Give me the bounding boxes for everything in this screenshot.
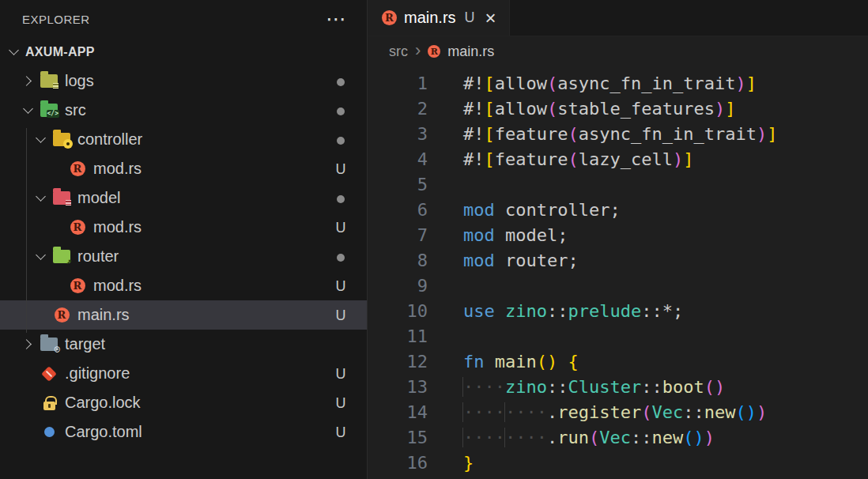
code-token: mod xyxy=(463,225,495,245)
rust-file-icon: R xyxy=(52,306,71,325)
breadcrumb-folder[interactable]: src xyxy=(389,43,408,60)
tree-item-label: logs xyxy=(65,72,94,90)
modified-dot-indicator xyxy=(337,254,345,262)
tree-item-target[interactable]: ◎target xyxy=(0,330,367,359)
code-line-text: mod controller; xyxy=(463,198,621,223)
git-status-badge xyxy=(332,130,349,149)
twistie-spacer xyxy=(21,424,36,440)
tree-item-cargo-toml[interactable]: Cargo.tomlU xyxy=(0,417,367,447)
git-icon xyxy=(40,364,58,383)
code-token: ···· xyxy=(462,402,505,422)
git-status-badge: U xyxy=(332,218,349,236)
code-token: ) xyxy=(757,402,767,422)
line-number: 8 xyxy=(368,248,428,273)
code-line[interactable]: 1#![allow(async_fn_in_trait)] xyxy=(368,71,868,96)
code-line[interactable]: 6mod controller; xyxy=(368,198,868,223)
code-area[interactable]: 1#![allow(async_fn_in_trait)]2#![allow(s… xyxy=(368,66,868,476)
tab-title: main.rs xyxy=(404,9,456,27)
code-token: ::*; xyxy=(641,301,683,321)
git-status-badge: U xyxy=(332,277,349,295)
breadcrumb: src › R main.rs xyxy=(368,36,868,66)
code-token: allow xyxy=(495,99,547,119)
twistie-spacer xyxy=(49,220,65,236)
code-line[interactable]: 8mod router; xyxy=(368,248,868,273)
git-status-badge: U xyxy=(332,394,349,412)
tree-item-logs[interactable]: logs xyxy=(0,66,367,96)
tree-item-model[interactable]: model xyxy=(0,183,367,213)
code-token: . xyxy=(547,402,557,422)
tree-item-controller[interactable]: controller xyxy=(0,125,367,154)
code-line[interactable]: 2#![allow(stable_features)] xyxy=(368,96,868,122)
line-number: 2 xyxy=(368,96,428,122)
modified-dot-indicator xyxy=(337,107,345,115)
twistie-spacer xyxy=(21,395,36,411)
tree-item-mod-rs[interactable]: Rmod.rsU xyxy=(0,271,367,300)
code-line[interactable]: 3#![feature(async_fn_in_trait)] xyxy=(368,122,868,147)
code-token: register xyxy=(557,402,641,422)
code-line[interactable]: 12fn main() { xyxy=(368,349,868,375)
code-line[interactable]: 9 xyxy=(368,273,868,299)
code-token: ···· xyxy=(462,428,505,447)
code-line[interactable]: 11 xyxy=(368,324,868,349)
twistie-spacer xyxy=(49,161,65,177)
code-token: prelude xyxy=(568,301,641,321)
code-token: Vec xyxy=(599,428,631,447)
code-line[interactable]: 5 xyxy=(368,172,868,198)
tab-main-rs[interactable]: R main.rs U × xyxy=(368,0,510,36)
code-line[interactable]: 4#![feature(lazy_cell)] xyxy=(368,147,868,172)
code-token: :: xyxy=(631,428,652,447)
code-line[interactable]: 10use zino::prelude::*; xyxy=(368,299,868,324)
code-token: #! xyxy=(463,99,485,119)
tree-item--gitignore[interactable]: .gitignoreU xyxy=(0,359,367,388)
tree-item-main-rs[interactable]: Rmain.rsU xyxy=(0,300,367,330)
code-token: stable_features xyxy=(557,99,715,119)
code-token: ) xyxy=(715,377,725,397)
tree-item-label: mod.rs xyxy=(93,218,142,236)
code-token: lazy_cell xyxy=(579,149,673,169)
rust-file-icon: R xyxy=(55,307,70,322)
chevron-down-icon xyxy=(6,44,22,60)
close-icon[interactable]: × xyxy=(485,9,496,28)
folder-src-icon: </> xyxy=(40,104,58,117)
line-number: 13 xyxy=(368,375,428,400)
tree-item-mod-rs[interactable]: Rmod.rsU xyxy=(0,154,367,183)
tree-item-label: model xyxy=(77,189,120,207)
code-token: { xyxy=(568,352,578,372)
rust-file-icon: R xyxy=(68,218,87,237)
code-token: ( xyxy=(547,74,557,93)
code-token: ] xyxy=(683,149,693,169)
code-token: main xyxy=(495,352,537,372)
code-line[interactable]: 14········.register(Vec::new()) xyxy=(368,400,868,425)
code-line-text: mod model; xyxy=(463,223,568,248)
code-line[interactable]: 15········.run(Vec::new()) xyxy=(368,425,868,451)
tree-item-mod-rs[interactable]: Rmod.rsU xyxy=(0,213,367,242)
tree-item-src[interactable]: </>src xyxy=(0,96,367,125)
code-line[interactable]: 13····zino::Cluster::boot() xyxy=(368,375,868,400)
line-number: 4 xyxy=(368,147,428,172)
tree-item-cargo-lock[interactable]: Cargo.lockU xyxy=(0,388,367,417)
untracked-indicator: U xyxy=(336,307,346,323)
workspace-root-folder[interactable]: AXUM-APP xyxy=(0,38,367,66)
code-token: ) xyxy=(704,428,715,447)
code-token: Cluster xyxy=(568,377,641,397)
vscode-window: EXPLORER ⋯ AXUM-APP logs</>srccontroller… xyxy=(0,0,868,479)
more-actions-icon[interactable]: ⋯ xyxy=(326,15,348,23)
breadcrumb-file[interactable]: main.rs xyxy=(447,43,494,60)
folder-src-icon: </> xyxy=(40,101,58,120)
code-token: :: xyxy=(547,301,568,321)
code-token: #! xyxy=(463,149,485,169)
code-token: [ xyxy=(485,74,495,93)
code-token: allow xyxy=(495,74,547,93)
tree-item-router[interactable]: ↗router xyxy=(0,242,367,271)
code-line-text: } xyxy=(463,451,474,476)
line-number: 15 xyxy=(368,425,428,451)
rust-file-icon: R xyxy=(70,278,85,293)
code-line[interactable]: 7mod model; xyxy=(368,223,868,248)
code-token: async_fn_in_trait xyxy=(557,74,735,93)
code-token: Vec xyxy=(651,402,683,422)
folder-controller-icon xyxy=(53,133,70,146)
line-number: 1 xyxy=(368,71,428,96)
code-token: zino xyxy=(505,301,547,321)
chevron-right-icon xyxy=(21,74,36,89)
code-line[interactable]: 16} xyxy=(368,451,868,476)
